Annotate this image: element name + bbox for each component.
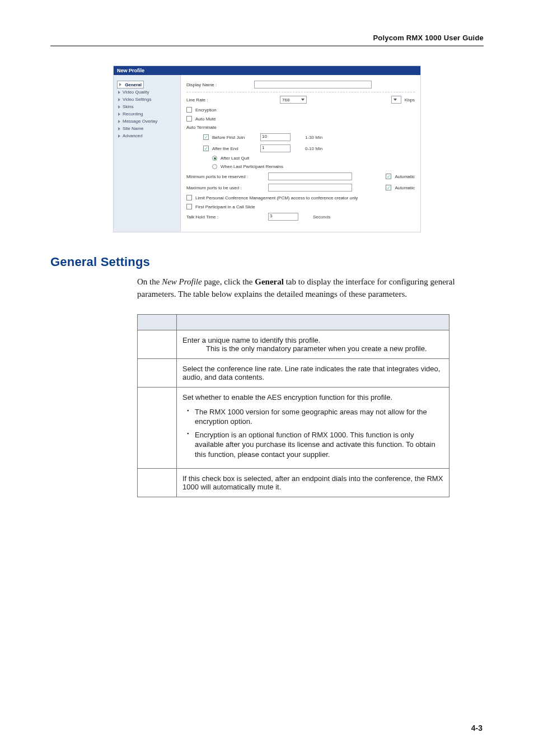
chevron-down-icon (301, 99, 305, 101)
para-text: page, click the (202, 277, 255, 286)
after-last-quit-radio[interactable] (212, 156, 217, 161)
nav-label: Recording (123, 111, 143, 116)
auto-mute-label: Auto Mute (195, 116, 216, 122)
param-cell (138, 358, 177, 387)
display-name-input[interactable] (254, 81, 372, 88)
bullet-item: Encryption is an optional function of RM… (187, 430, 443, 460)
profile-form: Display Name : Line Rate : 768 Kbps (181, 75, 420, 232)
encryption-label: Encryption (195, 108, 217, 113)
chevron-right-icon (118, 120, 120, 123)
table-row: If this check box is selected, after an … (138, 469, 449, 497)
page-number: 4-3 (471, 724, 483, 732)
min-ports-auto-checkbox[interactable]: ✓ (386, 174, 391, 179)
min-ports-label: Minimum ports to be reserved : (186, 174, 265, 179)
talk-hold-unit: Seconds (313, 214, 330, 220)
min-ports-auto-label: Automatic (395, 174, 415, 179)
after-last-quit-label: After Last Quit (221, 156, 249, 161)
doc-header-title: Polycom RMX 1000 User Guide (50, 34, 484, 42)
limit-pcm-checkbox[interactable] (186, 195, 192, 200)
line-rate-unit: Kbps (405, 97, 415, 102)
after-end-label: After the End (212, 146, 257, 151)
table-header-param (138, 314, 177, 330)
before-first-join-checkbox[interactable]: ✓ (203, 134, 209, 140)
para-em: New Profile (162, 277, 202, 286)
max-ports-auto-checkbox[interactable]: ✓ (386, 185, 391, 190)
chevron-right-icon (118, 113, 120, 116)
chevron-right-icon (118, 105, 120, 109)
line-rate-label: Line Rate : (186, 97, 251, 102)
after-end-checkbox[interactable]: ✓ (203, 146, 209, 151)
table-row: Set whether to enable the AES encryption… (138, 387, 449, 469)
parameter-table: Enter a unique name to identify this pro… (137, 314, 449, 498)
before-first-join-hint: 1-30 Min (305, 135, 322, 140)
first-call-slide-label: First Participant in a Call Slide (195, 204, 255, 209)
nav-label: Video Quality (123, 90, 149, 95)
max-ports-input[interactable] (268, 184, 352, 192)
line-rate-unit-dd[interactable] (391, 96, 401, 104)
table-header-desc (177, 314, 449, 330)
nav-label: General (125, 82, 142, 87)
before-first-join-input[interactable]: 10 (260, 133, 291, 141)
desc-text: Set whether to enable the AES encryption… (182, 393, 392, 402)
first-call-slide-checkbox[interactable] (186, 204, 192, 209)
table-row: Enter a unique name to identify this pro… (138, 330, 449, 358)
line-rate-select[interactable]: 768 (280, 96, 307, 104)
auto-mute-checkbox[interactable] (186, 116, 192, 122)
screenshot-figure: New Profile General Video Quality Video … (113, 66, 421, 232)
profile-nav: General Video Quality Video Settings Ski… (114, 75, 181, 232)
max-ports-label: Maximum ports to be used : (186, 185, 265, 190)
nav-skins[interactable]: Skins (117, 103, 177, 110)
nav-label: Advanced (123, 133, 143, 138)
chevron-right-icon (118, 91, 120, 94)
when-last-remains-label: When Last Participant Remains (221, 164, 283, 169)
nav-label: Skins (123, 104, 134, 109)
display-name-label: Display Name : (186, 82, 251, 87)
chevron-right-icon (118, 98, 120, 101)
nav-message-overlay[interactable]: Message Overlay (117, 118, 177, 125)
nav-label: Video Settings (123, 97, 151, 102)
param-cell (138, 330, 177, 358)
bullet-item: The RMX 1000 version for some geographic… (187, 407, 443, 427)
max-ports-auto-label: Automatic (395, 185, 415, 190)
nav-video-settings[interactable]: Video Settings (117, 96, 177, 103)
header-rule (50, 45, 484, 46)
desc-cell: Set whether to enable the AES encryption… (177, 387, 449, 469)
table-row: Select the conference line rate. Line ra… (138, 358, 449, 387)
param-cell (138, 387, 177, 469)
nav-label: Site Name (123, 126, 143, 131)
auto-terminate-label: Auto Terminate (186, 125, 217, 130)
desc-text: Enter a unique name to identify this pro… (182, 336, 320, 344)
section-paragraph: On the New Profile page, click the Gener… (137, 276, 484, 301)
chevron-right-icon (118, 127, 120, 130)
chevron-right-icon (119, 83, 121, 86)
para-text: On the (137, 277, 162, 286)
min-ports-input[interactable] (268, 172, 352, 180)
nav-video-quality[interactable]: Video Quality (117, 88, 177, 96)
chevron-right-icon (118, 134, 120, 138)
after-end-input[interactable]: 1 (260, 144, 291, 152)
nav-recording[interactable]: Recording (117, 110, 177, 118)
chevron-down-icon (394, 99, 397, 101)
para-strong: General (255, 277, 284, 286)
param-cell (138, 469, 177, 497)
desc-cell: Enter a unique name to identify this pro… (177, 330, 449, 358)
nav-general[interactable]: General (117, 81, 144, 88)
window-title: New Profile (114, 66, 420, 75)
nav-site-name[interactable]: Site Name (117, 125, 177, 132)
after-end-hint: 0-10 Min (305, 146, 322, 151)
talk-hold-label: Talk Hold Time : (186, 214, 265, 220)
before-first-join-label: Before First Join (212, 135, 257, 140)
when-last-remains-radio[interactable] (212, 164, 217, 169)
desc-note: This is the only mandatory parameter whe… (182, 344, 443, 353)
limit-pcm-label: Limit Personal Conference Management (PC… (195, 195, 358, 200)
encryption-checkbox[interactable] (186, 107, 192, 113)
desc-cell: If this check box is selected, after an … (177, 469, 449, 497)
section-heading: General Settings (50, 255, 484, 269)
talk-hold-input[interactable]: 3 (268, 213, 298, 221)
line-rate-value: 768 (282, 97, 289, 102)
nav-advanced[interactable]: Advanced (117, 132, 177, 139)
desc-cell: Select the conference line rate. Line ra… (177, 358, 449, 387)
nav-label: Message Overlay (123, 119, 157, 124)
